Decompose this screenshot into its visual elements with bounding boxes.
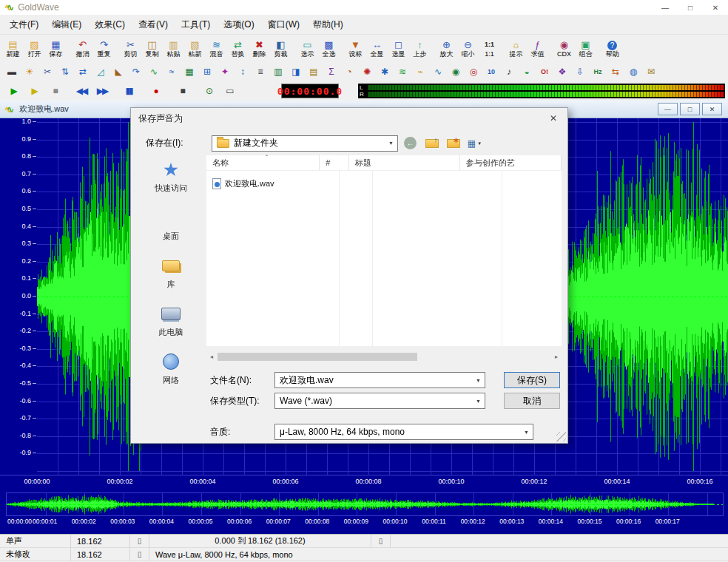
effect-icon-button-11[interactable]: ⊞ [198,64,216,80]
toolbar-button-26[interactable]: ?帮助 [601,35,623,62]
view-menu-button[interactable]: ▦ ▼ [465,135,484,152]
effect-icon-button-10[interactable]: ▦ [181,64,198,80]
menu-item-3[interactable]: 查看(V) [132,17,175,32]
toolbar-button-7[interactable]: ▥粘贴 [163,35,184,62]
timeline-ruler[interactable]: 00:00:0000:00:0200:00:0400:00:0600:00:08… [0,475,728,488]
dialog-close-button[interactable]: ✕ [539,108,567,129]
effect-icon-button-22[interactable]: ≋ [394,64,411,80]
effect-icon-button-25[interactable]: ◉ [447,64,465,80]
toolbar-button-12[interactable]: ◧剪裁 [270,35,291,62]
scrollbar-thumb[interactable] [218,353,417,361]
play-button[interactable]: ▶ [3,83,24,99]
file-row[interactable]: 欢迎致电.wav [209,177,277,191]
overview-strip[interactable]: 00:00:0000:00:0100:00:0200:00:0300:00:04… [6,492,722,528]
toolbar-button-2[interactable]: ▦保存 [45,35,67,62]
document-minimize-button[interactable]: — [658,103,678,115]
effect-icon-button-31[interactable]: ❖ [553,64,571,80]
menu-item-5[interactable]: 选项(O) [217,17,260,32]
quality-combobox[interactable]: μ-Law, 8000 Hz, 64 kbps, mono ▼ [274,424,533,440]
effect-icon-button-33[interactable]: Hz [589,64,607,80]
monitor-toggle-button[interactable]: ▭ [219,83,240,99]
toolbar-button-24[interactable]: ◉CDX [553,35,575,62]
effect-icon-button-4[interactable]: ⇄ [74,64,92,80]
record-mode-button[interactable]: ⊙ [198,83,219,99]
sidebar-item-star[interactable]: ★快速访问 [138,158,203,194]
menu-item-2[interactable]: 效果(C) [88,17,132,32]
sidebar-item-library[interactable]: 库 [138,254,203,290]
menu-item-6[interactable]: 窗口(W) [261,17,306,32]
effect-icon-button-9[interactable]: ≈ [163,64,181,80]
save-in-combobox[interactable]: 新建文件夹 ▼ [212,135,398,152]
maximize-button[interactable]: □ [678,0,703,15]
toolbar-button-14[interactable]: ▩全选 [318,35,340,62]
effect-icon-button-0[interactable]: ▬ [3,64,21,80]
toolbar-button-17[interactable]: ◻选显 [388,35,409,62]
toolbar-button-8[interactable]: ▧粘新 [184,35,206,62]
effect-icon-button-21[interactable]: ✱ [376,64,394,80]
effect-icon-button-28[interactable]: ♪ [500,64,518,80]
status-toggle-icon[interactable]: ▯ [371,535,391,547]
toolbar-button-13[interactable]: ▭选示 [297,35,318,62]
effect-icon-button-15[interactable]: ▥ [269,64,287,80]
effect-icon-button-16[interactable]: ◨ [287,64,305,80]
effect-icon-button-14[interactable]: ≡ [252,64,269,80]
effect-icon-button-29[interactable]: ◒ [518,64,536,80]
close-button[interactable]: ✕ [703,0,728,15]
effect-icon-button-23[interactable]: ⌁ [411,64,429,80]
effect-icon-button-5[interactable]: ◿ [92,64,109,80]
overview-waveform-canvas[interactable] [6,492,724,516]
column-header-2[interactable]: 标题 [349,155,460,170]
effect-icon-button-12[interactable]: ✦ [216,64,234,80]
column-header-3[interactable]: 参与创作的艺 [460,155,562,170]
effect-icon-button-2[interactable]: ✂ [38,64,56,80]
menu-item-7[interactable]: 帮助(H) [306,17,350,32]
document-close-button[interactable]: ✕ [702,103,722,115]
effect-icon-button-18[interactable]: Σ [323,64,340,80]
effect-icon-button-32[interactable]: ⇩ [571,64,589,80]
effect-icon-button-6[interactable]: ◣ [109,64,127,80]
stop-button[interactable]: ■ [172,83,192,99]
menu-item-0[interactable]: 文件(F) [3,17,45,32]
toolbar-button-6[interactable]: ◫复制 [141,35,163,62]
column-header-1[interactable]: # [320,155,349,170]
save-button[interactable]: 保存(S) [504,372,560,388]
rewind-button[interactable]: ◀◀ [71,83,92,99]
toolbar-button-0[interactable]: ▤新建 [2,35,24,62]
toolbar-button-21[interactable]: 1:11:1 [479,35,500,62]
fast-forward-button[interactable]: ▶▶ [92,83,112,99]
new-folder-button[interactable]: ∗ [444,135,462,152]
toolbar-button-20[interactable]: ⊖缩小 [457,35,479,62]
effect-icon-button-30[interactable]: O! [536,64,553,80]
toolbar-button-22[interactable]: ☼提示 [505,35,527,62]
toolbar-button-11[interactable]: ✖删除 [249,35,270,62]
file-name-combobox[interactable]: 欢迎致电.wav ▼ [274,372,485,388]
scroll-left-arrow[interactable]: ◂ [206,353,217,360]
sidebar-item-desktop[interactable]: 桌面 [138,206,203,242]
sidebar-item-network[interactable]: 网络 [138,351,203,386]
menu-item-1[interactable]: 编辑(E) [45,17,88,32]
stop-alt-button[interactable]: ■ [44,83,65,99]
menu-item-4[interactable]: 工具(T) [175,17,217,32]
channel-mode[interactable]: 单声 [0,535,71,547]
minimize-button[interactable]: — [653,0,678,15]
play-selection-button[interactable]: ▶ [24,83,44,99]
save-type-combobox[interactable]: Wave (*.wav) ▼ [274,393,485,409]
effect-icon-button-3[interactable]: ⇅ [56,64,74,80]
up-folder-button[interactable]: ↑ [422,135,441,152]
effect-icon-button-7[interactable]: ↷ [127,64,145,80]
scroll-right-arrow[interactable]: ▸ [551,353,562,360]
effect-icon-button-8[interactable]: ∿ [145,64,163,80]
record-button[interactable]: ● [145,83,166,99]
toolbar-button-16[interactable]: ↔全显 [366,35,388,62]
sidebar-item-pc[interactable]: 此电脑 [138,302,203,338]
status-toggle-icon[interactable]: ▯ [130,535,149,547]
toolbar-button-23[interactable]: ƒ求值 [527,35,548,62]
effect-icon-button-36[interactable]: ✉ [642,64,660,80]
effect-icon-button-24[interactable]: ∿ [429,64,447,80]
document-restore-button[interactable]: □ [680,103,700,115]
toolbar-button-25[interactable]: ▣组合 [575,35,596,62]
column-header-0[interactable]: 名称ˆ [206,155,320,170]
toolbar-button-1[interactable]: ▨打开 [24,35,45,62]
effect-icon-button-20[interactable]: ✺ [358,64,376,80]
dialog-titlebar[interactable]: 保存声音为 ✕ [131,108,567,129]
